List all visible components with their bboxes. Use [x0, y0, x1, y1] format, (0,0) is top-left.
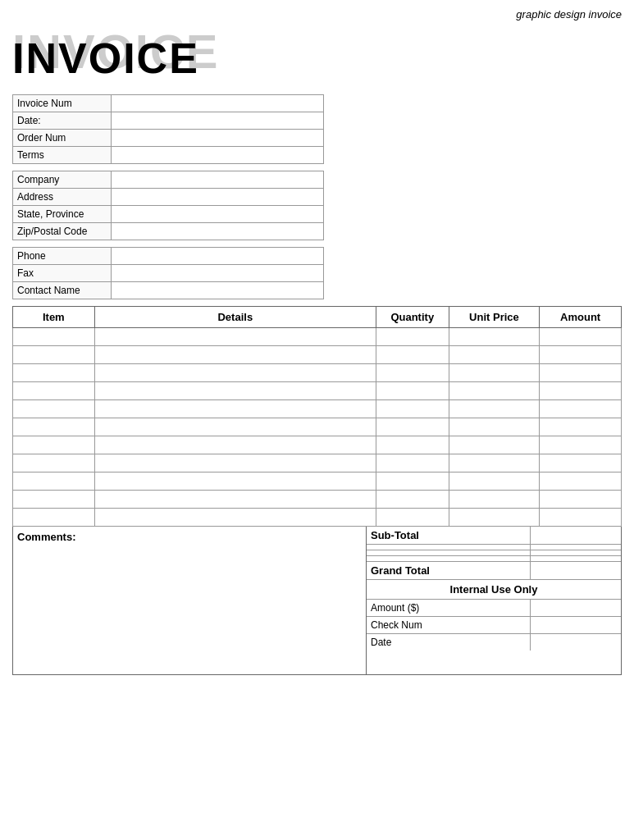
- terms-row: Terms: [13, 147, 323, 163]
- table-row: [13, 491, 622, 509]
- comments-area[interactable]: Comments:: [13, 527, 367, 674]
- subtotal-row: Sub-Total: [367, 527, 621, 545]
- table-row: [13, 382, 622, 400]
- fax-row: Fax: [13, 265, 323, 282]
- terms-value[interactable]: [112, 147, 323, 163]
- totals-blank-row-3: [367, 556, 621, 562]
- totals-blank-row-2: [367, 550, 621, 556]
- col-header-details: Details: [94, 307, 376, 328]
- address-value[interactable]: [112, 189, 323, 205]
- date-row: Date:: [13, 112, 323, 130]
- amount-dollars-row: Amount ($): [367, 600, 621, 617]
- table-row: [13, 472, 622, 491]
- check-num-label: Check Num: [367, 617, 531, 633]
- invoice-num-row: Invoice Num: [13, 95, 323, 112]
- subtotal-value[interactable]: [531, 527, 621, 544]
- items-table: Item Details Quantity Unit Price Amount: [12, 306, 622, 527]
- totals-area: Sub-Total Grand Total Internal Use Only …: [367, 527, 621, 674]
- contact-name-row: Contact Name: [13, 282, 323, 299]
- order-num-value[interactable]: [112, 130, 323, 146]
- amount-dollars-label: Amount ($): [367, 600, 531, 616]
- col-header-unit-price: Unit Price: [449, 307, 540, 328]
- order-num-label: Order Num: [13, 130, 112, 146]
- internal-date-label: Date: [367, 634, 531, 651]
- invoice-info-section: Invoice Num Date: Order Num Terms: [12, 94, 324, 164]
- contact-name-value[interactable]: [112, 282, 323, 299]
- table-row: [13, 346, 622, 364]
- fax-value[interactable]: [112, 265, 323, 281]
- amount-dollars-value[interactable]: [531, 600, 621, 616]
- invoice-num-value[interactable]: [112, 95, 323, 112]
- company-label: Company: [13, 171, 112, 188]
- grand-total-value[interactable]: [531, 562, 621, 579]
- company-row: Company: [13, 171, 323, 189]
- address-label: Address: [13, 189, 112, 205]
- table-row: [13, 328, 622, 346]
- table-row: [13, 364, 622, 382]
- col-header-quantity: Quantity: [376, 307, 449, 328]
- table-row: [13, 418, 622, 436]
- internal-date-value[interactable]: [531, 634, 621, 651]
- invoice-title-container: INVOICE INVOICE: [12, 24, 622, 81]
- contact-info-section: Phone Fax Contact Name: [12, 247, 324, 299]
- company-info-section: Company Address State, Province Zip/Post…: [12, 171, 324, 240]
- company-value[interactable]: [112, 171, 323, 188]
- brand-label: graphic design invoice: [516, 8, 622, 21]
- zip-label: Zip/Postal Code: [13, 223, 112, 240]
- date-value[interactable]: [112, 112, 323, 129]
- grand-total-row: Grand Total: [367, 562, 621, 580]
- col-header-amount: Amount: [540, 307, 622, 328]
- check-num-row: Check Num: [367, 617, 621, 634]
- date-label: Date:: [13, 112, 112, 129]
- grand-total-label: Grand Total: [367, 562, 531, 579]
- table-row: [13, 454, 622, 472]
- phone-row: Phone: [13, 248, 323, 265]
- col-header-item: Item: [13, 307, 95, 328]
- zip-row: Zip/Postal Code: [13, 223, 323, 240]
- internal-use-header: Internal Use Only: [367, 580, 621, 600]
- table-row: [13, 400, 622, 418]
- order-num-row: Order Num: [13, 130, 323, 147]
- subtotal-label: Sub-Total: [367, 527, 531, 544]
- invoice-title-main: INVOICE: [12, 34, 199, 83]
- phone-value[interactable]: [112, 248, 323, 264]
- state-province-label: State, Province: [13, 206, 112, 222]
- check-num-value[interactable]: [531, 617, 621, 633]
- address-row: Address: [13, 189, 323, 206]
- internal-date-row: Date: [367, 634, 621, 651]
- state-province-value[interactable]: [112, 206, 323, 222]
- contact-name-label: Contact Name: [13, 282, 112, 299]
- state-province-row: State, Province: [13, 206, 323, 223]
- zip-value[interactable]: [112, 223, 323, 240]
- bottom-section: Comments: Sub-Total Grand Total Internal…: [12, 527, 622, 675]
- table-row: [13, 436, 622, 454]
- phone-label: Phone: [13, 248, 112, 264]
- table-row: [13, 509, 622, 527]
- invoice-num-label: Invoice Num: [13, 95, 112, 112]
- terms-label: Terms: [13, 147, 112, 163]
- comments-label: Comments:: [17, 531, 76, 543]
- fax-label: Fax: [13, 265, 112, 281]
- totals-blank-row-1: [367, 545, 621, 550]
